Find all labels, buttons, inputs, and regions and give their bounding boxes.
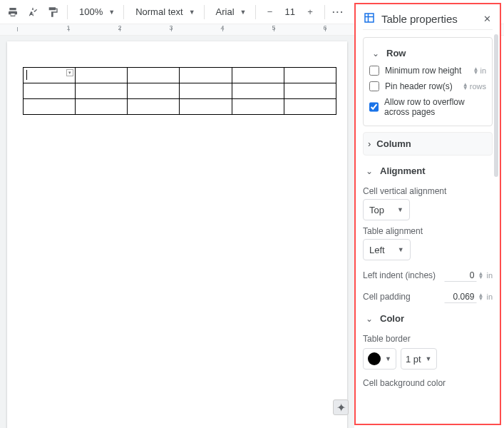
close-button[interactable]: ✕ — [482, 12, 493, 26]
stepper-icon[interactable]: ▲▼ — [463, 83, 468, 90]
section-alignment-header[interactable]: ⌄ Alignment — [363, 161, 493, 180]
left-indent-stepper[interactable]: ▲▼ — [478, 272, 484, 279]
print-icon[interactable] — [4, 4, 21, 21]
chevron-right-icon: › — [368, 138, 371, 149]
font-size-decrease[interactable]: − — [262, 4, 279, 21]
chevron-down-icon: ⌄ — [364, 166, 374, 176]
section-column-title: Column — [376, 138, 411, 149]
table-cell[interactable] — [128, 68, 180, 83]
ruler-mark: 3 — [169, 24, 173, 31]
table-cell[interactable] — [232, 83, 284, 99]
ruler-mark: 6 — [323, 24, 326, 31]
table-cell[interactable] — [76, 99, 128, 115]
section-color-header[interactable]: ⌄ Color — [363, 309, 493, 328]
panel-scrollbar[interactable] — [494, 34, 498, 419]
table-cell[interactable] — [180, 68, 232, 83]
table-alignment-select[interactable]: Left ▼ — [363, 239, 411, 260]
cell-padding-unit: in — [486, 292, 493, 301]
table-properties-panel: Table properties ✕ ⌄ Row Minimum row hei… — [354, 3, 501, 425]
ruler-mark: 1 — [66, 24, 70, 31]
document-table[interactable]: ▾ — [23, 67, 336, 115]
table-row — [24, 99, 336, 115]
table-cell[interactable] — [24, 83, 76, 99]
cell-options-handle[interactable]: ▾ — [66, 69, 73, 76]
table-cell[interactable] — [24, 99, 76, 115]
chevron-down-icon: ▼ — [189, 9, 195, 16]
table-cell[interactable] — [76, 83, 128, 99]
section-row-header[interactable]: ⌄ Row — [369, 44, 486, 63]
chevron-down-icon: ▼ — [398, 246, 404, 253]
chevron-down-icon: ▼ — [426, 355, 432, 362]
font-size-increase[interactable]: + — [302, 4, 319, 21]
min-row-height-unit: in — [480, 66, 486, 75]
chevron-down-icon: ⌄ — [371, 49, 381, 58]
section-column-header[interactable]: › Column — [363, 132, 493, 156]
font-value: Arial — [213, 6, 237, 17]
min-row-height-label: Minimum row height — [385, 66, 461, 76]
table-border-color-picker[interactable]: ▼ — [363, 348, 396, 370]
table-properties-icon — [363, 11, 376, 26]
pin-header-unit: rows — [470, 82, 486, 91]
chevron-down-icon: ▼ — [240, 9, 247, 16]
cell-vertical-alignment-label: Cell vertical alignment — [363, 186, 493, 196]
table-cell[interactable] — [76, 68, 128, 83]
section-color-title: Color — [380, 313, 404, 324]
ruler-mark: 5 — [272, 24, 275, 31]
panel-title: Table properties — [381, 13, 458, 25]
overflow-label: Allow row to overflow across pages — [384, 97, 486, 117]
table-cell[interactable] — [180, 83, 232, 99]
section-row: ⌄ Row Minimum row height ▲▼in Pin header… — [363, 37, 493, 126]
font-size-value[interactable]: 11 — [282, 6, 299, 18]
cell-vertical-alignment-select[interactable]: Top ▼ — [363, 199, 410, 220]
table-cell[interactable]: ▾ — [24, 68, 76, 83]
table-cell[interactable] — [180, 99, 232, 115]
font-dropdown[interactable]: Arial▼ — [210, 6, 250, 17]
chevron-down-icon: ▼ — [108, 9, 115, 16]
table-cell[interactable] — [128, 99, 180, 115]
table-border-width-select[interactable]: 1 pt ▼ — [401, 348, 437, 370]
explore-button[interactable]: ✦ — [333, 399, 349, 415]
left-indent-unit: in — [486, 271, 493, 280]
table-cell[interactable] — [284, 83, 336, 99]
text-cursor — [26, 70, 27, 80]
cell-padding-label: Cell padding — [363, 292, 444, 302]
left-indent-input[interactable] — [444, 269, 477, 282]
style-value: Normal text — [133, 6, 185, 17]
chevron-down-icon: ⌄ — [364, 314, 374, 324]
spellcheck-icon[interactable] — [24, 4, 41, 21]
zoom-value: 100% — [76, 6, 106, 17]
table-alignment-label: Table alignment — [363, 226, 493, 236]
overflow-checkbox[interactable] — [369, 102, 379, 112]
zoom-dropdown[interactable]: 100%▼ — [73, 6, 118, 17]
chevron-down-icon: ▼ — [397, 206, 403, 213]
table-cell[interactable] — [128, 83, 180, 99]
left-indent-label: Left indent (inches) — [363, 270, 444, 280]
table-border-label: Table border — [363, 334, 493, 344]
table-cell[interactable] — [284, 68, 336, 83]
table-cell[interactable] — [232, 68, 284, 83]
chevron-down-icon: ▼ — [385, 355, 391, 362]
table-row — [24, 83, 336, 99]
color-swatch — [368, 352, 381, 365]
min-row-height-checkbox[interactable] — [369, 66, 379, 76]
table-cell[interactable] — [232, 99, 284, 115]
pin-header-checkbox[interactable] — [369, 81, 379, 91]
paragraph-style-dropdown[interactable]: Normal text▼ — [130, 6, 197, 17]
ruler-mark: 4 — [220, 24, 224, 31]
toolbar-more[interactable]: ··· — [332, 6, 344, 17]
cell-padding-input[interactable] — [444, 290, 477, 303]
table-alignment-value: Left — [369, 245, 385, 255]
cell-vertical-alignment-value: Top — [369, 205, 384, 215]
paint-format-icon[interactable] — [44, 4, 61, 21]
stepper-icon[interactable]: ▲▼ — [473, 67, 479, 74]
pin-header-label: Pin header row(s) — [385, 81, 453, 91]
table-border-width-value: 1 pt — [406, 354, 421, 365]
cell-padding-stepper[interactable]: ▲▼ — [478, 293, 484, 300]
section-row-title: Row — [386, 48, 406, 58]
section-alignment-title: Alignment — [380, 165, 426, 176]
table-cell[interactable] — [284, 99, 336, 115]
document-canvas[interactable]: ▾ — [0, 36, 354, 428]
cell-background-label: Cell background color — [363, 378, 493, 388]
document-page[interactable]: ▾ — [7, 41, 347, 428]
ruler-mark: 2 — [118, 24, 121, 31]
